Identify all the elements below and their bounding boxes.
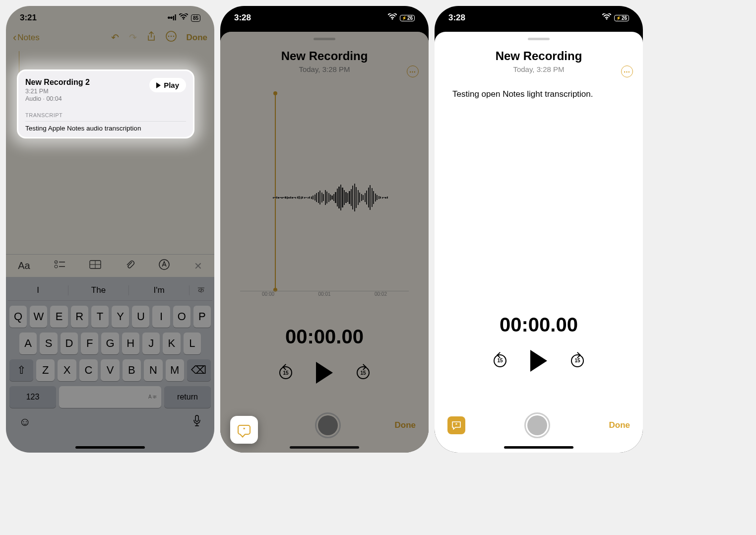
bottom-bar: ❝ Done <box>435 408 643 443</box>
recording-title: New Recording 2 <box>25 78 90 87</box>
status-time: 3:28 <box>234 13 251 23</box>
recording-time: 3:21 PM <box>25 88 90 95</box>
play-button[interactable]: Play <box>149 78 186 92</box>
speech-bubble-icon: ❝ <box>238 425 251 435</box>
status-bar: 3:28 ⚡26 <box>220 6 429 27</box>
play-button[interactable] <box>530 350 547 372</box>
timer: 00:00.00 <box>435 314 643 336</box>
play-label: Play <box>164 81 179 89</box>
status-bar: 3:28 ⚡26 <box>435 6 643 27</box>
wifi-icon <box>602 13 611 23</box>
transcript-button[interactable]: ❝ <box>230 416 258 444</box>
more-icon[interactable]: ⋯ <box>621 66 633 77</box>
recording-meta: Audio · 00:04 <box>25 95 90 102</box>
skip-forward-button[interactable]: 15 <box>571 354 584 367</box>
phone-recording-transcript: 3:28 ⚡26 ⋯ New Recording Today, 3:28 PM … <box>435 6 643 453</box>
svg-point-14 <box>391 18 393 20</box>
record-button[interactable] <box>524 412 550 438</box>
battery-icon: ⚡26 <box>400 15 415 21</box>
recording-subtitle: Today, 3:28 PM <box>435 65 643 73</box>
status-icons: ⚡26 <box>602 13 629 23</box>
sheet-grabber[interactable] <box>528 38 550 40</box>
status-time: 3:28 <box>448 13 465 23</box>
recording-sheet: ⋯ New Recording Today, 3:28 PM Testing o… <box>435 32 643 453</box>
phone-recording-waveform: 3:28 ⚡26 ⋯ New Recording Today, 3:28 PM … <box>220 6 429 453</box>
skip-back-button[interactable]: 15 <box>494 354 506 367</box>
done-button[interactable]: Done <box>609 420 630 430</box>
transcript-text: Testing open Notes light transcription. <box>452 88 625 100</box>
home-indicator[interactable] <box>504 446 573 449</box>
recording-title: New Recording <box>435 49 643 63</box>
wifi-icon <box>388 13 397 23</box>
play-icon <box>156 82 161 88</box>
phone-notes-with-card: 3:21 ••ıl 85 ‹ Notes ↶ ↷ Done <box>6 6 214 453</box>
transcript-body: Testing open Notes light transcription. <box>435 73 643 100</box>
battery-icon: ⚡26 <box>614 15 629 21</box>
svg-text:❝: ❝ <box>455 423 457 426</box>
playback-controls: 15 15 <box>435 350 643 372</box>
transcript-label: TRANSCRIPT <box>25 112 186 118</box>
status-icons: ⚡26 <box>388 13 415 23</box>
recording-sheet: ⋯ New Recording Today, 3:28 PM 00:00 00:… <box>220 32 429 453</box>
dim-overlay <box>220 32 429 453</box>
transcript-button-active[interactable]: ❝ <box>447 416 465 434</box>
svg-point-15 <box>606 18 607 20</box>
transcript-text: Testing Apple Notes audio transcription <box>25 121 186 132</box>
recording-card[interactable]: New Recording 2 3:21 PM Audio · 00:04 Pl… <box>17 69 194 138</box>
